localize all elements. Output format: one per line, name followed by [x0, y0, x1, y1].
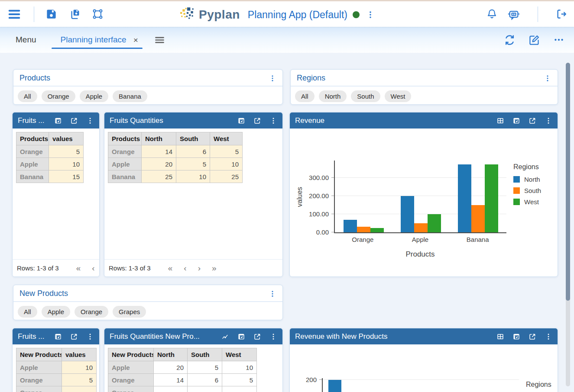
cell-value[interactable]: 10 [210, 158, 243, 170]
cell-value[interactable]: 20 [154, 361, 188, 374]
pager-last-button[interactable]: » [212, 264, 217, 272]
card-menu-button[interactable] [269, 74, 276, 82]
cell-value[interactable]: 20 [142, 158, 176, 170]
pivot-view-button[interactable] [512, 117, 520, 125]
app-menu-kebab-button[interactable] [366, 10, 375, 19]
cell-value[interactable]: 5 [188, 361, 222, 374]
card-menu-button[interactable] [545, 333, 552, 341]
filter-chip-west[interactable]: West [385, 90, 412, 102]
cell-value[interactable]: 14 [154, 374, 188, 386]
column-header-values[interactable]: values [49, 132, 84, 145]
table-view-button[interactable] [496, 333, 504, 341]
save-button[interactable] [45, 8, 57, 20]
legend-item-north[interactable]: North [513, 176, 541, 183]
tab-list-button[interactable] [154, 34, 165, 46]
cell-value[interactable]: 6 [176, 145, 210, 158]
cell-value[interactable]: 5 [222, 374, 257, 386]
filter-chip-apple[interactable]: Apple [42, 306, 70, 318]
line-chart-view-button[interactable] [221, 333, 229, 341]
card-menu-button[interactable] [269, 333, 277, 341]
bar-west-apple[interactable] [428, 214, 441, 232]
bar-north-apple[interactable] [328, 380, 341, 392]
logout-button[interactable] [555, 8, 567, 20]
card-menu-button[interactable] [269, 290, 276, 298]
bar-west-banana[interactable] [485, 164, 498, 233]
cell-value[interactable]: 5 [49, 145, 84, 158]
column-header-south[interactable]: South [188, 348, 222, 361]
cell-value[interactable]: 6 [188, 374, 222, 386]
open-external-button[interactable] [70, 333, 78, 341]
cell-value[interactable]: 25 [142, 170, 176, 183]
card-menu-button[interactable] [544, 74, 551, 82]
card-menu-button[interactable] [269, 117, 277, 125]
column-header-south[interactable]: South [176, 132, 210, 145]
pager-prev-button[interactable]: ‹ [184, 264, 186, 272]
cell-value[interactable]: 10 [62, 361, 97, 374]
column-header-west[interactable]: West [210, 132, 243, 145]
card-menu-button[interactable] [86, 117, 94, 125]
cell-value[interactable]: 5 [62, 374, 97, 386]
assistant-chatbot-button[interactable] [507, 8, 520, 21]
pivot-view-button[interactable] [54, 333, 62, 341]
open-external-button[interactable] [253, 117, 261, 125]
pager-first-button[interactable]: « [76, 264, 81, 272]
bar-south-banana[interactable] [471, 205, 485, 232]
cell-value[interactable] [154, 386, 188, 392]
cell-value[interactable]: 5 [210, 145, 243, 158]
column-header-new-products[interactable]: New Products [108, 348, 154, 361]
scrollbar-thumb[interactable] [566, 63, 570, 301]
bar-south-orange[interactable] [357, 227, 370, 232]
pivot-view-button[interactable] [237, 333, 245, 341]
menu-tab[interactable]: Menu [16, 35, 36, 45]
filter-chip-all[interactable]: All [18, 306, 37, 318]
column-header-products[interactable]: Products [16, 132, 49, 145]
open-external-button[interactable] [70, 117, 78, 125]
pager-first-button[interactable]: « [168, 264, 173, 272]
bar-north-apple[interactable] [401, 196, 414, 232]
cell-value[interactable]: 10 [49, 158, 84, 170]
cell-value[interactable]: 10 [222, 361, 257, 374]
cell-value[interactable]: 5 [176, 158, 210, 170]
refresh-button[interactable] [504, 34, 516, 46]
filter-chip-grapes[interactable]: Grapes [113, 306, 146, 318]
filter-chip-north[interactable]: North [319, 90, 347, 102]
column-header-west[interactable]: West [222, 348, 257, 361]
filter-chip-apple[interactable]: Apple [80, 90, 108, 102]
bar-south-apple[interactable] [414, 223, 428, 232]
filter-chip-orange[interactable]: Orange [42, 90, 75, 102]
cell-value[interactable] [62, 386, 97, 392]
card-menu-button[interactable] [86, 333, 94, 341]
save-all-button[interactable] [68, 8, 81, 20]
cell-value[interactable]: 25 [210, 170, 243, 183]
bar-west-orange[interactable] [370, 228, 384, 233]
pivot-view-button[interactable] [237, 117, 245, 125]
bar-north-banana[interactable] [458, 164, 471, 233]
pivot-view-button[interactable] [54, 117, 62, 125]
open-external-button[interactable] [529, 117, 536, 125]
filter-chip-banana[interactable]: Banana [113, 90, 147, 102]
more-options-button[interactable] [553, 34, 564, 45]
pivot-view-button[interactable] [512, 333, 520, 341]
filter-chip-all[interactable]: All [295, 90, 315, 102]
column-header-north[interactable]: North [142, 132, 176, 145]
cell-value[interactable]: 15 [49, 170, 84, 183]
edit-interface-button[interactable] [529, 34, 540, 46]
filter-chip-south[interactable]: South [351, 90, 380, 102]
selection-tool-button[interactable] [92, 8, 104, 20]
column-header-north[interactable]: North [154, 348, 188, 361]
card-menu-button[interactable] [545, 117, 552, 125]
tab-planning-interface[interactable]: Planning interface × [61, 27, 138, 53]
column-header-new-products[interactable]: New Products [16, 348, 62, 361]
notifications-bell-button[interactable] [486, 8, 498, 20]
table-view-button[interactable] [496, 117, 504, 125]
cell-value[interactable]: 10 [176, 170, 210, 183]
legend-item-west[interactable]: West [513, 198, 541, 206]
cell-value[interactable] [188, 386, 222, 392]
filter-chip-all[interactable]: All [18, 90, 37, 102]
tab-close-icon[interactable]: × [133, 36, 138, 44]
cell-value[interactable] [222, 386, 257, 392]
cell-value[interactable]: 14 [142, 145, 176, 158]
main-menu-button[interactable] [7, 7, 22, 22]
column-header-products[interactable]: Products [108, 132, 142, 145]
filter-chip-orange[interactable]: Orange [75, 306, 108, 318]
